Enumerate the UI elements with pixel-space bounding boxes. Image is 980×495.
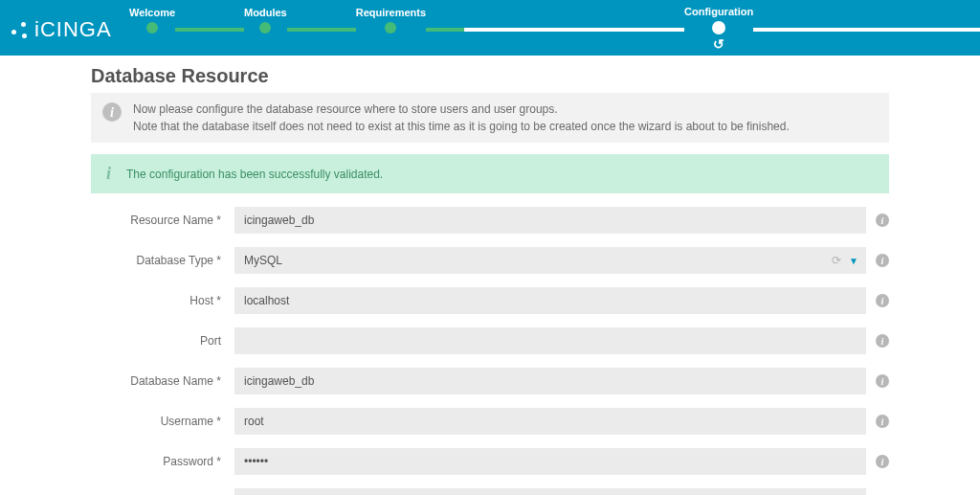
label-username: Username * xyxy=(91,415,234,428)
wizard-steps: Welcome Modules Requirements Configurati… xyxy=(129,6,970,34)
row-password: Password * i xyxy=(91,448,889,475)
step-node-icon xyxy=(146,22,158,34)
success-box: i The configuration has been successfull… xyxy=(91,154,889,193)
row-resource-name: Resource Name * i xyxy=(91,207,889,234)
hint-icon[interactable]: i xyxy=(876,214,889,227)
hint-icon[interactable]: i xyxy=(876,415,889,428)
refresh-icon[interactable]: ⟳ xyxy=(832,254,841,267)
row-username: Username * i xyxy=(91,408,889,435)
password-input[interactable] xyxy=(234,448,866,475)
step-modules[interactable]: Modules xyxy=(244,7,287,34)
row-charset: Character Set i xyxy=(91,488,889,495)
chevron-down-icon[interactable]: ▼ xyxy=(849,256,858,266)
step-configuration[interactable]: Configuration ↺ xyxy=(684,6,753,34)
step-label: Welcome xyxy=(129,7,175,18)
logo: iCINGA xyxy=(11,17,112,42)
success-icon: i xyxy=(106,164,111,184)
step-requirements[interactable]: Requirements xyxy=(356,7,426,34)
label-db-name: Database Name * xyxy=(91,374,234,388)
row-db-name: Database Name * i xyxy=(91,368,889,394)
note-text: Now please configure the database resour… xyxy=(133,101,790,135)
db-type-field[interactable] xyxy=(234,247,866,274)
step-label: Requirements xyxy=(356,7,426,18)
label-port: Port xyxy=(91,334,234,348)
host-input[interactable] xyxy=(234,287,866,314)
form: Resource Name * i Database Type * ⟳ ▼ i xyxy=(91,207,889,495)
note-box: i Now please configure the database reso… xyxy=(91,93,889,143)
step-node-icon xyxy=(712,21,725,34)
hint-icon[interactable]: i xyxy=(876,455,889,468)
step-welcome[interactable]: Welcome xyxy=(129,7,175,34)
row-host: Host * i xyxy=(91,287,889,314)
note-line1: Now please configure the database resour… xyxy=(133,101,790,118)
label-host: Host * xyxy=(91,294,234,307)
step-bar xyxy=(426,28,464,32)
row-port: Port i xyxy=(91,327,889,354)
port-input[interactable] xyxy=(234,327,866,354)
step-label: Configuration xyxy=(684,6,753,17)
logo-icon xyxy=(11,21,29,38)
content: Database Resource i Now please configure… xyxy=(0,56,980,495)
topbar: iCINGA Welcome Modules Requirements Conf… xyxy=(0,0,980,56)
hint-icon[interactable]: i xyxy=(876,294,889,307)
note-line2: Note that the database itself does not n… xyxy=(133,118,790,135)
page-title: Database Resource xyxy=(91,65,889,87)
step-label: Modules xyxy=(244,7,287,18)
label-db-type: Database Type * xyxy=(91,254,234,267)
db-name-input[interactable] xyxy=(234,368,866,394)
db-type-select[interactable]: ⟳ ▼ xyxy=(234,247,866,274)
hint-icon[interactable]: i xyxy=(876,334,889,348)
step-node-icon xyxy=(385,22,396,34)
info-icon: i xyxy=(102,102,122,122)
resource-name-input[interactable] xyxy=(234,207,866,234)
step-bar xyxy=(287,28,356,32)
row-db-type: Database Type * ⟳ ▼ i xyxy=(91,247,889,274)
step-bar xyxy=(175,28,244,32)
hint-icon[interactable]: i xyxy=(876,254,889,267)
step-bar xyxy=(464,28,684,32)
success-text: The configuration has been successfully … xyxy=(126,168,383,181)
step-bar xyxy=(753,28,980,32)
label-password: Password * xyxy=(91,455,234,468)
label-resource-name: Resource Name * xyxy=(91,214,234,227)
charset-input[interactable] xyxy=(234,488,866,495)
step-node-icon xyxy=(259,22,271,34)
username-input[interactable] xyxy=(234,408,866,435)
logo-text: iCINGA xyxy=(34,17,112,42)
loop-icon: ↺ xyxy=(713,36,724,52)
hint-icon[interactable]: i xyxy=(876,374,889,388)
